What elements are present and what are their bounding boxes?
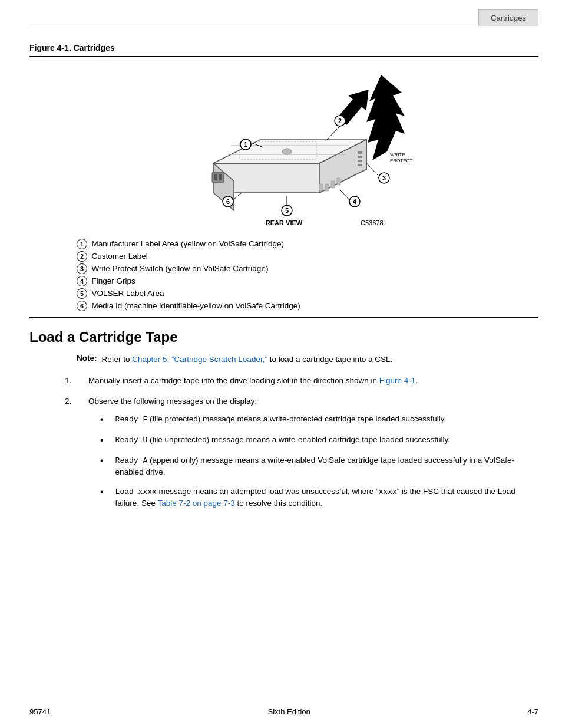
svg-rect-17: [331, 181, 335, 188]
list-item: 2 Customer Label: [77, 251, 538, 262]
bullet-2: Ready U (file unprotected) message means…: [100, 434, 538, 447]
svg-text:PROTECT: PROTECT: [390, 158, 412, 163]
svg-rect-14: [358, 164, 362, 166]
diagram-container: 1 2 3 WRITE PROTECT 4 5 6: [29, 63, 538, 234]
note-block: Note: Refer to Chapter 5, “Cartridge Scr…: [77, 354, 538, 365]
bullet-1: Ready F (file protected) message means a…: [100, 413, 538, 427]
svg-rect-9: [214, 174, 217, 180]
header-rule: [29, 24, 538, 24]
bullet-2-text: Ready U (file unprotected) message means…: [115, 434, 450, 447]
list-item: 3 Write Protect Switch (yellow on VolSaf…: [77, 263, 538, 274]
svg-text:C53678: C53678: [361, 219, 384, 226]
list-item: 6 Media Id (machine identifiable-yellow …: [77, 301, 538, 311]
svg-line-29: [366, 163, 379, 176]
bullet-3: Ready A (append only) message means a wr…: [100, 454, 538, 479]
steps-list: Manually insert a cartridge tape into th…: [65, 375, 538, 516]
svg-text:6: 6: [226, 198, 230, 205]
svg-text:4: 4: [353, 198, 357, 205]
svg-rect-18: [337, 178, 340, 185]
footer-left: 95741: [29, 707, 51, 716]
figure4-1-link[interactable]: Figure 4-1: [379, 376, 416, 385]
figure-top-rule: [29, 56, 538, 57]
svg-rect-12: [358, 156, 362, 158]
bullet-1-text: Ready F (file protected) message means a…: [115, 413, 447, 427]
svg-text:1: 1: [244, 141, 247, 148]
figure-title: Figure 4-1. Cartridges: [29, 43, 538, 52]
svg-line-34: [340, 190, 349, 200]
svg-rect-15: [319, 184, 323, 191]
footer: 95741 Sixth Edition 4-7: [29, 707, 538, 716]
svg-rect-13: [358, 160, 362, 162]
svg-marker-1: [366, 75, 405, 160]
svg-rect-16: [325, 184, 329, 191]
bullet-4: Load xxxx message means an attempted loa…: [100, 486, 538, 510]
table7-2-link[interactable]: Table 7-2 on page 7-3: [157, 499, 234, 508]
svg-text:3: 3: [382, 174, 386, 182]
messages-list: Ready F (file protected) message means a…: [100, 413, 538, 510]
main-content: Figure 4-1. Cartridges: [29, 32, 538, 525]
note-text: Refer to Chapter 5, “Cartridge Scratch L…: [102, 354, 393, 365]
header: Cartridges: [0, 0, 562, 29]
svg-text:2: 2: [338, 117, 342, 124]
step-2-text: Observe the following messages on the di…: [88, 396, 538, 517]
svg-point-19: [282, 149, 292, 154]
list-item: 1 Manufacturer Label Area (yellow on Vol…: [77, 239, 538, 249]
list-item: 5 VOLSER Label Area: [77, 288, 538, 299]
svg-text:REAR VIEW: REAR VIEW: [266, 219, 303, 226]
bullet-4-text: Load xxxx message means an attempted loa…: [115, 486, 538, 510]
svg-rect-11: [358, 151, 362, 154]
parts-list: 1 Manufacturer Label Area (yellow on Vol…: [77, 239, 538, 311]
section-heading: Load a Cartridge Tape: [29, 329, 538, 345]
svg-line-40: [233, 193, 242, 200]
footer-right: 4-7: [527, 707, 538, 716]
list-item: 4 Finger Grips: [77, 276, 538, 286]
svg-text:5: 5: [285, 207, 289, 214]
cartridge-diagram: 1 2 3 WRITE PROTECT 4 5 6: [137, 69, 431, 234]
svg-rect-10: [219, 174, 222, 180]
svg-line-26: [325, 126, 340, 141]
svg-text:WRITE: WRITE: [390, 152, 405, 157]
footer-center: Sixth Edition: [268, 707, 310, 716]
figure-bottom-rule: [29, 317, 538, 318]
note-label: Note:: [77, 354, 97, 365]
bullet-3-text: Ready A (append only) message means a wr…: [115, 454, 538, 479]
chapter5-link[interactable]: Chapter 5, “Cartridge Scratch Loader,”: [132, 355, 267, 364]
step-1: Manually insert a cartridge tape into th…: [65, 375, 538, 387]
step-2: Observe the following messages on the di…: [65, 396, 538, 517]
step-1-text: Manually insert a cartridge tape into th…: [88, 375, 418, 387]
